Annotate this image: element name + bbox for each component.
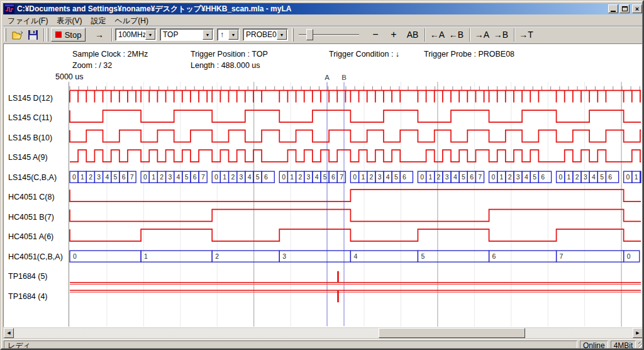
scroll-right-button[interactable]: ▶: [633, 328, 643, 338]
jump-back-b-button[interactable]: ←B: [448, 28, 465, 41]
dropdown-arrow-icon[interactable]: ▼: [203, 30, 213, 40]
waveform-client-area: Sample Clock : 2MHz Trigger Position : T…: [3, 43, 643, 327]
svg-text:5: 5: [114, 173, 118, 181]
svg-text:1: 1: [152, 173, 155, 181]
svg-text:5: 5: [421, 252, 425, 260]
svg-text:2: 2: [231, 173, 235, 181]
cursor-a-label: A: [325, 74, 330, 81]
svg-text:4: 4: [386, 173, 390, 181]
run-button[interactable]: →: [90, 28, 109, 41]
dropdown-arrow-icon[interactable]: ▼: [228, 30, 238, 40]
sample-rate-value: 100MHz: [118, 30, 147, 40]
svg-text:0: 0: [214, 173, 218, 181]
info-sample-clock: Sample Clock : 2MHz: [72, 50, 148, 59]
dropdown-arrow-icon[interactable]: ▼: [145, 30, 155, 40]
jump-fwd-a-button[interactable]: →A: [474, 28, 491, 41]
horizontal-scrollbar[interactable]: ◀ ▶: [3, 328, 643, 338]
channel-slow-bit: [70, 189, 641, 201]
zoom-slider[interactable]: [297, 28, 360, 41]
info-length: Length : 488.000 us: [191, 61, 260, 70]
zoom-slider-thumb[interactable]: [306, 29, 313, 40]
svg-text:4: 4: [353, 252, 357, 260]
toolbar-separator: [43, 28, 45, 42]
trigger-position-value: TOP: [163, 30, 178, 40]
status-memory-badge: 4MBit: [611, 341, 636, 350]
svg-text:2: 2: [215, 252, 219, 260]
svg-text:5: 5: [394, 173, 398, 181]
svg-text:2: 2: [575, 173, 579, 181]
svg-text:2: 2: [370, 173, 374, 181]
jump-fwd-b-button[interactable]: →B: [492, 28, 509, 41]
trigger-edge-combo[interactable]: ↑ ▼: [217, 28, 240, 41]
title-bar[interactable]: C:¥Documents and Settings¥noname¥デスクトップ¥…: [3, 3, 643, 14]
toolbar-grip[interactable]: [4, 28, 6, 42]
svg-text:6: 6: [193, 173, 197, 181]
svg-text:1: 1: [428, 173, 432, 181]
menu-help[interactable]: ヘルプ(H): [110, 16, 153, 26]
svg-text:5: 5: [256, 173, 260, 181]
channel-label: HC4051 A(6): [8, 232, 53, 241]
open-file-button[interactable]: [11, 28, 25, 42]
toolbar-separator: [469, 28, 470, 42]
save-button[interactable]: [26, 28, 40, 42]
scroll-left-button[interactable]: ◀: [4, 328, 14, 338]
menu-file[interactable]: ファイル(F): [3, 16, 52, 26]
menu-view[interactable]: 表示(V): [52, 16, 86, 26]
trigger-probe-combo[interactable]: PROBE00 ▼: [243, 28, 288, 41]
svg-text:0: 0: [558, 173, 562, 181]
svg-text:4: 4: [525, 173, 528, 181]
svg-text:4: 4: [105, 173, 109, 181]
svg-text:0: 0: [627, 252, 631, 260]
stop-icon: [55, 31, 62, 38]
maximize-icon: [622, 6, 628, 11]
trigger-position-combo[interactable]: TOP ▼: [160, 28, 214, 41]
trigger-edge-value: ↑: [220, 30, 224, 40]
sample-rate-combo[interactable]: 100MHz ▼: [115, 28, 157, 41]
channel-pulse-down: [70, 290, 641, 302]
zoom-ab-button[interactable]: AB: [404, 28, 421, 41]
maximize-button[interactable]: [619, 4, 630, 13]
toolbar-grip[interactable]: [47, 28, 48, 42]
close-button[interactable]: ×: [632, 4, 642, 13]
minimize-button[interactable]: [608, 4, 618, 13]
scrollbar-thumb[interactable]: [379, 328, 525, 338]
zoom-out-button[interactable]: −: [369, 28, 382, 41]
stop-label: Stop: [65, 30, 82, 40]
cursor-b-label: B: [341, 74, 347, 81]
svg-text:3: 3: [307, 173, 311, 181]
trigger-probe-value: PROBE00: [246, 30, 280, 40]
jump-trigger-button[interactable]: →T: [518, 28, 535, 41]
toolbar-grip[interactable]: [292, 28, 294, 42]
channel-slow-bit: [70, 210, 641, 222]
svg-text:0: 0: [73, 252, 77, 260]
svg-text:5: 5: [323, 173, 327, 181]
svg-text:7: 7: [478, 173, 482, 181]
svg-text:1: 1: [361, 173, 365, 181]
svg-text:1: 1: [290, 173, 294, 181]
menu-settings[interactable]: 設定: [86, 16, 110, 26]
svg-text:1: 1: [223, 173, 226, 181]
scrollbar-track[interactable]: [14, 328, 633, 338]
dropdown-arrow-icon[interactable]: ▼: [277, 30, 287, 40]
svg-text:3: 3: [378, 173, 382, 181]
svg-text:5: 5: [533, 173, 536, 181]
svg-text:2: 2: [508, 173, 512, 181]
resize-grip[interactable]: [638, 342, 644, 350]
svg-text:3: 3: [240, 173, 243, 181]
svg-text:1: 1: [500, 173, 504, 181]
channel-pulse-up: [70, 271, 641, 285]
svg-text:6: 6: [470, 173, 474, 181]
zoom-in-button[interactable]: +: [387, 28, 401, 41]
channel-fast-bus: 0123456701234567012345601234567012345601…: [70, 171, 641, 183]
svg-text:0: 0: [353, 173, 357, 181]
channel-label: HC4051 C(8): [8, 193, 55, 201]
channel-label: LS145 A(9): [8, 153, 48, 162]
channel-fast-bit: [70, 150, 641, 162]
jump-back-a-button[interactable]: ←A: [429, 28, 446, 41]
stop-button[interactable]: Stop: [51, 28, 86, 42]
svg-text:6: 6: [264, 173, 268, 181]
svg-text:4: 4: [315, 173, 319, 181]
svg-text:4: 4: [177, 173, 180, 181]
svg-text:1: 1: [80, 173, 84, 181]
svg-text:2: 2: [298, 173, 302, 181]
